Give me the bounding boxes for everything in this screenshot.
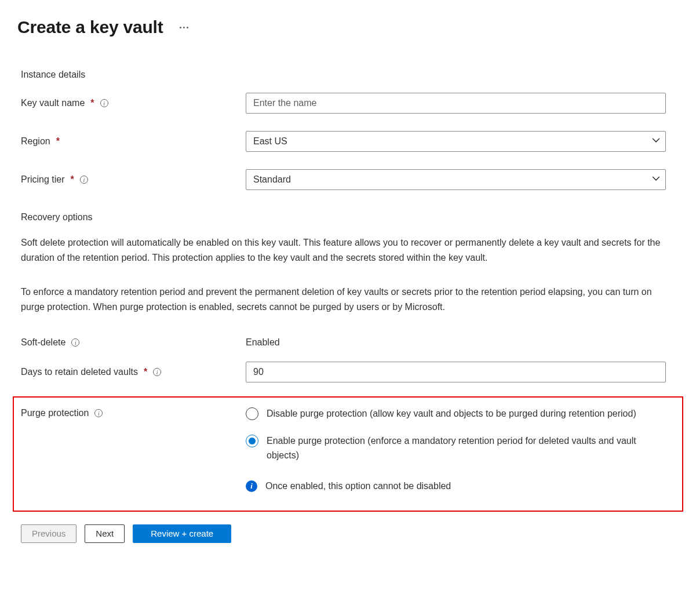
purge-disable-radio[interactable] bbox=[246, 407, 258, 420]
required-marker: * bbox=[90, 98, 94, 108]
info-icon[interactable]: i bbox=[153, 368, 161, 376]
pricing-tier-label: Pricing tier bbox=[21, 174, 65, 185]
region-label: Region bbox=[21, 136, 50, 147]
recovery-description-1: Soft delete protection will automaticall… bbox=[21, 235, 675, 265]
info-icon[interactable]: i bbox=[94, 409, 103, 417]
info-icon[interactable]: i bbox=[80, 176, 88, 184]
pricing-tier-select[interactable] bbox=[246, 169, 666, 190]
purge-protection-highlight: Purge protection i Disable purge protect… bbox=[13, 396, 683, 511]
next-button[interactable]: Next bbox=[85, 524, 125, 543]
purge-enable-label: Enable purge protection (enforce a manda… bbox=[267, 434, 637, 463]
previous-button[interactable]: Previous bbox=[21, 524, 76, 543]
purge-protection-label: Purge protection bbox=[21, 408, 89, 418]
required-marker: * bbox=[144, 367, 147, 377]
section-recovery-options: Recovery options bbox=[21, 212, 679, 223]
page-title: Create a key vault bbox=[17, 17, 163, 37]
required-marker: * bbox=[71, 174, 74, 185]
more-actions-icon[interactable] bbox=[177, 24, 191, 31]
key-vault-name-input[interactable] bbox=[246, 93, 666, 114]
info-icon[interactable]: i bbox=[71, 338, 79, 347]
retention-days-input[interactable] bbox=[246, 362, 666, 382]
review-create-button[interactable]: Review + create bbox=[133, 524, 231, 543]
purge-note: Once enabled, this option cannot be disa… bbox=[265, 481, 451, 491]
recovery-description-2: To enforce a mandatory retention period … bbox=[21, 285, 675, 314]
info-icon[interactable]: i bbox=[100, 99, 108, 107]
region-select[interactable] bbox=[246, 131, 666, 152]
purge-enable-radio[interactable] bbox=[246, 435, 258, 447]
info-solid-icon: i bbox=[246, 480, 257, 492]
required-marker: * bbox=[56, 136, 60, 147]
soft-delete-label: Soft-delete bbox=[21, 337, 65, 348]
section-instance-details: Instance details bbox=[21, 70, 679, 80]
soft-delete-value: Enabled bbox=[246, 337, 280, 347]
key-vault-name-label: Key vault name bbox=[21, 98, 85, 108]
retention-days-label: Days to retain deleted vaults bbox=[21, 367, 138, 377]
purge-disable-label: Disable purge protection (allow key vaul… bbox=[267, 407, 636, 421]
